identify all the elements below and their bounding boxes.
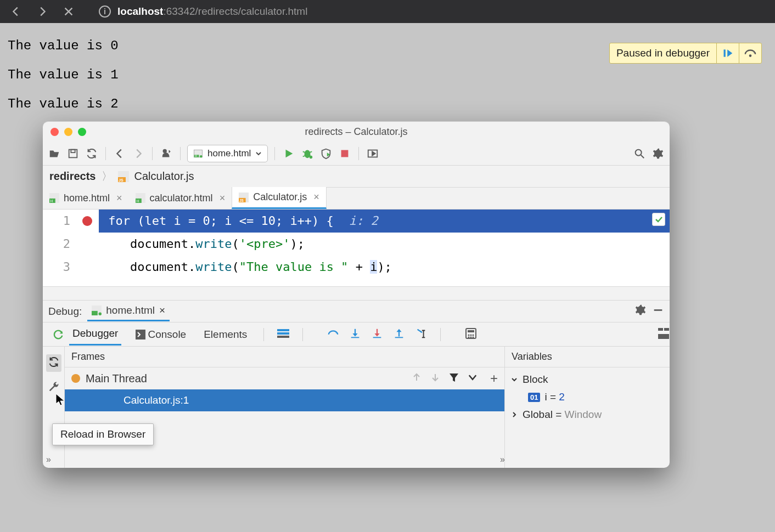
minimize-icon[interactable] [652, 304, 664, 319]
tab-calculator-html[interactable]: H calculator.html× [129, 187, 232, 209]
vcs-icon[interactable] [159, 146, 173, 161]
debugger-tab[interactable]: Debugger [69, 323, 121, 346]
tab-calculator-js[interactable]: JS Calculator.js× [232, 187, 327, 209]
run-to-cursor-icon[interactable] [415, 327, 427, 342]
sync-icon[interactable] [85, 146, 99, 161]
debugger-tab-row: Debugger Console Elements [43, 322, 670, 347]
js-file-icon: JS [118, 171, 129, 182]
layout-icon[interactable] [366, 146, 380, 161]
inlay-hint: i: 2 [349, 214, 378, 228]
debug-label: Debug: [48, 305, 82, 318]
run-icon[interactable] [282, 146, 296, 161]
url-text[interactable]: localhost:63342/redirects/calculator.htm… [117, 5, 307, 18]
undo-nav-icon[interactable] [113, 146, 127, 161]
tab-home-html[interactable]: H home.html× [43, 187, 129, 209]
console-tab[interactable]: Console [132, 324, 189, 345]
main-toolbar: H home.html [43, 142, 670, 166]
redo-nav-icon[interactable] [131, 146, 145, 161]
paused-label: Paused in debugger [610, 47, 716, 59]
coverage-icon[interactable] [319, 146, 333, 161]
rerun-icon[interactable] [52, 329, 64, 343]
code-line[interactable]: document.write('<pre>'); [99, 233, 670, 256]
breakpoint-gutter[interactable] [76, 210, 99, 286]
breadcrumb[interactable]: redirects 〉 JS Calculator.js [43, 166, 670, 188]
gear-icon[interactable] [634, 304, 647, 319]
add-icon[interactable]: + [490, 371, 498, 386]
reload-in-browser-icon[interactable] [46, 354, 61, 372]
save-icon[interactable] [66, 146, 80, 161]
chevron-down-icon[interactable] [467, 372, 478, 386]
breadcrumb-root[interactable]: redirects [49, 170, 96, 183]
variable-row[interactable]: 01 i = 2 [510, 388, 664, 406]
layout-settings-icon[interactable] [658, 327, 670, 342]
svg-rect-52 [664, 328, 669, 331]
next-frame-icon[interactable] [430, 372, 441, 386]
forward-icon[interactable] [35, 4, 49, 19]
svg-rect-2 [69, 149, 77, 157]
expand-icon[interactable]: » [46, 455, 51, 465]
inspection-status-icon[interactable] [652, 213, 665, 226]
open-icon[interactable] [47, 146, 61, 161]
debug-icon[interactable] [300, 146, 315, 161]
window-title: redirects – Calculator.js [43, 126, 670, 138]
search-icon[interactable] [632, 146, 647, 161]
svg-rect-0 [724, 49, 726, 56]
variable-scope-row[interactable]: Global = Window [510, 406, 664, 423]
elements-tab[interactable]: Elements [200, 324, 250, 345]
svg-text:H: H [195, 154, 197, 157]
svg-point-1 [749, 54, 752, 57]
debug-session-tab[interactable]: home.html × [87, 301, 170, 321]
close-tab-icon[interactable]: × [311, 191, 319, 203]
evaluate-expression-icon[interactable] [465, 327, 477, 342]
svg-rect-32 [92, 311, 98, 315]
variable-scope-row[interactable]: Block [510, 371, 664, 388]
chevron-down-icon [255, 150, 262, 157]
stop-icon[interactable] [61, 4, 76, 19]
breadcrumb-file[interactable]: Calculator.js [134, 170, 194, 183]
code-line[interactable]: document.write("The value is " + i); [99, 256, 670, 279]
expand-icon[interactable]: » [500, 455, 505, 465]
page-line: The value is 2 [8, 97, 775, 111]
resume-button[interactable] [717, 43, 739, 63]
close-tab-icon[interactable]: × [159, 304, 165, 316]
step-into-icon[interactable] [349, 327, 361, 342]
thread-row[interactable]: Main Thread + [65, 367, 504, 389]
close-tab-icon[interactable]: × [217, 193, 226, 204]
code-line[interactable]: for (let i = 0; i <= 10; i++) {i: 2 [99, 210, 670, 233]
close-tab-icon[interactable]: × [114, 193, 122, 204]
run-config-selector[interactable]: H home.html [187, 145, 268, 162]
filter-icon[interactable] [448, 372, 459, 386]
tooltip: Reload in Browser [52, 423, 154, 445]
stack-frame-row[interactable]: Calculator.js:1 [65, 389, 504, 411]
svg-point-8 [200, 155, 203, 158]
editor-tabs: H home.html× H calculator.html× JS Calcu… [43, 188, 670, 210]
threads-icon[interactable] [277, 327, 289, 342]
line-gutter[interactable]: 123 [43, 210, 76, 286]
paused-in-debugger-badge: Paused in debugger [609, 43, 762, 64]
svg-point-46 [470, 334, 472, 336]
browser-address-bar: i localhost:63342/redirects/calculator.h… [0, 0, 775, 23]
svg-rect-42 [395, 337, 403, 338]
svg-text:JS: JS [119, 178, 123, 182]
svg-rect-38 [277, 332, 289, 335]
step-over-button[interactable] [739, 43, 761, 63]
code-editor[interactable]: 123 for (let i = 0; i <= 10; i++) {i: 2 … [43, 210, 670, 286]
svg-rect-15 [341, 150, 349, 157]
info-icon[interactable]: i [99, 5, 111, 18]
chevron-right-icon [510, 411, 518, 418]
stop-run-icon[interactable] [338, 146, 352, 161]
frames-header: Frames [65, 347, 504, 367]
svg-point-45 [468, 334, 470, 336]
back-icon[interactable] [9, 4, 23, 19]
settings-icon[interactable] [651, 146, 665, 161]
step-over-icon[interactable] [327, 327, 339, 342]
breakpoint-icon[interactable] [82, 216, 92, 226]
force-step-into-icon[interactable] [371, 327, 383, 342]
variables-panel: Variables Block 01 i = 2 Global = Window [505, 347, 670, 468]
prev-frame-icon[interactable] [411, 372, 422, 386]
svg-rect-40 [351, 337, 360, 338]
window-titlebar[interactable]: redirects – Calculator.js [43, 122, 670, 142]
step-out-icon[interactable] [393, 327, 405, 342]
svg-point-50 [473, 336, 474, 338]
svg-rect-37 [277, 329, 289, 331]
